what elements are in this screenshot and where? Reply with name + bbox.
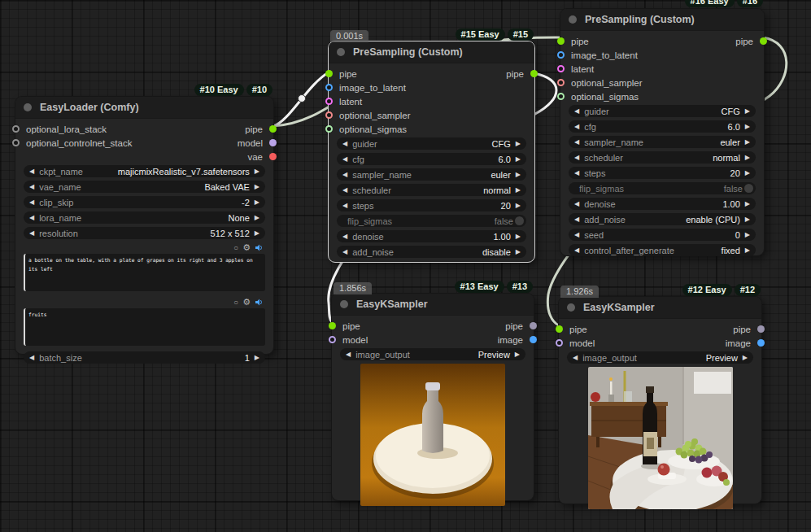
toggle-knob[interactable]: [744, 184, 753, 193]
widget-cfg[interactable]: ◀ cfg 6.0 ▶: [337, 153, 526, 165]
widget-guider[interactable]: ◀ guider CFG ▶: [337, 137, 526, 150]
left-arrow-icon[interactable]: ◀: [574, 108, 579, 115]
left-arrow-icon[interactable]: ◀: [29, 199, 34, 206]
left-arrow-icon[interactable]: ◀: [29, 230, 34, 237]
right-arrow-icon[interactable]: ▶: [516, 172, 521, 178]
widget-denoise[interactable]: ◀ denoise 1.00 ▶: [337, 230, 526, 242]
collapse-dot-icon[interactable]: [337, 48, 345, 56]
widget-clip_skip[interactable]: ◀ clip_skip -2 ▶: [24, 196, 265, 208]
right-arrow-icon[interactable]: ▶: [745, 247, 750, 254]
left-arrow-icon[interactable]: ◀: [342, 172, 347, 178]
widget-flip_sigmas[interactable]: flip_sigmas false: [337, 215, 526, 227]
input-dot-model[interactable]: [556, 339, 563, 347]
left-arrow-icon[interactable]: ◀: [29, 184, 34, 190]
node-presampling-15[interactable]: 0.001s #15 Easy #15 PreSampling (Custom)…: [328, 41, 535, 263]
output-dot-pipe[interactable]: [530, 322, 537, 329]
gear-icon[interactable]: ⚙: [242, 298, 251, 307]
node-title-bar[interactable]: EasyKSampler: [332, 294, 534, 316]
node-title-bar[interactable]: PreSampling (Custom): [560, 9, 764, 31]
widget-seed[interactable]: ◀ seed 0 ▶: [569, 229, 756, 241]
left-arrow-icon[interactable]: ◀: [574, 155, 579, 161]
input-dot-optional_sampler[interactable]: [325, 111, 333, 119]
node-title-bar[interactable]: PreSampling (Custom): [329, 41, 534, 63]
node-ksampler-13[interactable]: 1.856s #13 Easy #13 EasyKSampler pipe pi…: [331, 293, 534, 501]
input-dot-optional_sigmas[interactable]: [557, 93, 565, 100]
output-dot-pipe[interactable]: [530, 70, 538, 77]
widget-image_output[interactable]: ◀ image_output Preview ▶: [567, 351, 753, 364]
left-arrow-icon[interactable]: ◀: [342, 141, 347, 147]
node-title-bar[interactable]: EasyLoader (Comfy): [15, 97, 273, 119]
right-arrow-icon[interactable]: ▶: [743, 355, 748, 361]
widget-control_after_generate[interactable]: ◀ control_after_generate fixed ▶: [569, 244, 756, 256]
left-arrow-icon[interactable]: ◀: [342, 156, 347, 163]
left-arrow-icon[interactable]: ◀: [29, 355, 34, 361]
output-dot-pipe[interactable]: [269, 125, 277, 133]
output-dot-model[interactable]: [269, 139, 277, 146]
widget-steps[interactable]: ◀ steps 20 ▶: [337, 199, 526, 211]
collapse-dot-icon[interactable]: [567, 303, 575, 312]
right-arrow-icon[interactable]: ▶: [516, 233, 521, 240]
input-dot-latent[interactable]: [325, 98, 333, 105]
left-arrow-icon[interactable]: ◀: [574, 170, 579, 177]
speaker-icon[interactable]: [255, 298, 264, 307]
collapse-dot-icon[interactable]: [340, 300, 348, 308]
left-arrow-icon[interactable]: ◀: [574, 139, 579, 146]
collapse-dot-icon[interactable]: [24, 103, 32, 111]
left-arrow-icon[interactable]: ◀: [574, 247, 579, 254]
output-dot-pipe[interactable]: [757, 325, 765, 333]
widget-ckpt_name[interactable]: ◀ ckpt_name majicmixRealistic_v7.safeten…: [24, 165, 265, 177]
input-dot-pipe[interactable]: [325, 70, 333, 77]
widget-resolution[interactable]: ◀ resolution 512 x 512 ▶: [24, 227, 265, 239]
right-arrow-icon[interactable]: ▶: [516, 141, 521, 147]
node-ksampler-12[interactable]: 1.926s #12 Easy #12 EasyKSampler pipe pi…: [558, 296, 762, 504]
input-dot-optional_sigmas[interactable]: [325, 125, 333, 133]
left-arrow-icon[interactable]: ◀: [346, 351, 351, 358]
output-dot-pipe[interactable]: [760, 37, 767, 45]
output-dot-image[interactable]: [757, 339, 765, 347]
widget-batch_size[interactable]: ◀ batch_size 1 ▶: [24, 351, 265, 364]
right-arrow-icon[interactable]: ▶: [516, 203, 521, 209]
right-arrow-icon[interactable]: ▶: [255, 184, 259, 190]
input-dot-pipe[interactable]: [556, 325, 563, 333]
widget-scheduler[interactable]: ◀ scheduler normal ▶: [569, 151, 756, 164]
right-arrow-icon[interactable]: ▶: [515, 351, 520, 358]
widget-cfg[interactable]: ◀ cfg 6.0 ▶: [569, 120, 756, 133]
widget-sampler_name[interactable]: ◀ sampler_name euler ▶: [337, 168, 526, 181]
right-arrow-icon[interactable]: ▶: [255, 355, 259, 361]
left-arrow-icon[interactable]: ◀: [573, 355, 578, 361]
widget-denoise[interactable]: ◀ denoise 1.00 ▶: [569, 198, 756, 210]
right-arrow-icon[interactable]: ▶: [255, 199, 259, 206]
speaker-icon[interactable]: [255, 243, 264, 252]
input-dot-optional_controlnet_stack[interactable]: [12, 139, 20, 146]
right-arrow-icon[interactable]: ▶: [745, 139, 750, 146]
left-arrow-icon[interactable]: ◀: [342, 203, 347, 209]
input-dot-optional_sampler[interactable]: [557, 79, 565, 86]
input-dot-latent[interactable]: [557, 65, 565, 72]
link-midpoint-dot[interactable]: [299, 95, 306, 102]
collapse-dot-icon[interactable]: [569, 15, 577, 24]
widget-scheduler[interactable]: ◀ scheduler normal ▶: [337, 184, 526, 196]
input-dot-pipe[interactable]: [557, 37, 565, 45]
right-arrow-icon[interactable]: ▶: [255, 215, 259, 221]
right-arrow-icon[interactable]: ▶: [255, 168, 259, 175]
preview-image-wine-table-scene[interactable]: [588, 367, 733, 509]
widget-vae_name[interactable]: ◀ vae_name Baked VAE ▶: [24, 181, 265, 193]
right-arrow-icon[interactable]: ▶: [745, 216, 750, 223]
widget-steps[interactable]: ◀ steps 20 ▶: [569, 167, 756, 179]
positive-prompt-textarea[interactable]: a bottle on the table, with a plate of g…: [24, 254, 265, 291]
graph-canvas[interactable]: #10 Easy #10 EasyLoader (Comfy) optional…: [0, 0, 811, 532]
right-arrow-icon[interactable]: ▶: [745, 108, 750, 115]
output-dot-vae[interactable]: [269, 153, 277, 160]
negative-prompt-textarea[interactable]: fruits: [24, 308, 265, 346]
right-arrow-icon[interactable]: ▶: [516, 187, 521, 194]
input-dot-image_to_latent[interactable]: [325, 84, 333, 91]
right-arrow-icon[interactable]: ▶: [516, 156, 521, 163]
circle-icon[interactable]: ○: [233, 299, 238, 307]
widget-sampler_name[interactable]: ◀ sampler_name euler ▶: [569, 136, 756, 148]
left-arrow-icon[interactable]: ◀: [574, 232, 579, 238]
right-arrow-icon[interactable]: ▶: [255, 230, 259, 237]
left-arrow-icon[interactable]: ◀: [342, 187, 347, 194]
right-arrow-icon[interactable]: ▶: [745, 232, 750, 238]
input-dot-model[interactable]: [329, 336, 336, 343]
circle-icon[interactable]: ○: [233, 244, 238, 252]
